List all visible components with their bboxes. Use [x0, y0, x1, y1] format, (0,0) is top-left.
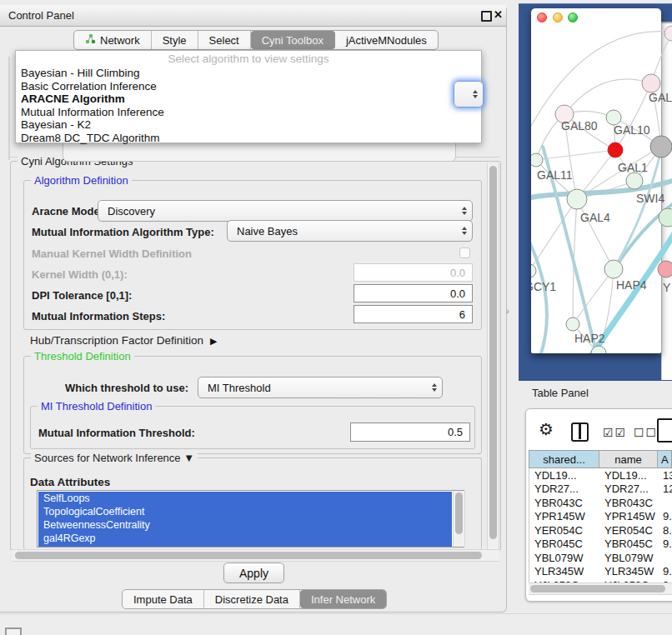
expand-right-icon: ▶ — [210, 336, 217, 346]
dropdown-placeholder: Select algorithm to view settings — [16, 52, 481, 65]
file-icon[interactable] — [657, 418, 672, 442]
window-close-button[interactable] — [537, 12, 547, 22]
kernel-width-label: Kernel Width (0,1): — [32, 268, 128, 281]
columns-icon[interactable] — [571, 422, 589, 442]
stepper-icon — [462, 207, 472, 215]
window-minimize-button[interactable] — [553, 12, 563, 22]
table-panel-title: Table Panel — [532, 387, 589, 399]
tab-cyni-toolbox[interactable]: Cyni Toolbox — [251, 31, 335, 49]
mi-steps-label: Mutual Information Steps: — [32, 310, 165, 322]
panel-splitter-icon[interactable]: › — [506, 306, 509, 316]
algorithm-option-selected[interactable]: ARACNE Algorithm — [16, 92, 481, 106]
sources-title[interactable]: Sources for Network Inference ▼ — [31, 452, 198, 464]
algorithm-combobox-fragment[interactable] — [454, 81, 484, 108]
mi-type-label: Mutual Information Algorithm Type: — [32, 226, 214, 238]
hub-definition-expander[interactable]: Hub/Transcription Factor Definition▶ — [30, 334, 218, 347]
table-row[interactable]: YBR045CYBR045C9. — [529, 538, 672, 552]
table-row[interactable]: YBR043CYBR043C — [529, 496, 672, 510]
table-row[interactable]: YDL19...YDL19...13 — [529, 468, 672, 482]
table-row[interactable]: YLR345WYLR345W9. — [529, 565, 672, 579]
table-hscrollbar-thumb[interactable] — [530, 585, 665, 592]
dpi-tolerance-label: DPI Tolerance [0,1]: — [32, 289, 132, 302]
groupbox-left-edge — [8, 57, 10, 160]
mi-type-combobox[interactable]: Naive Bayes — [227, 220, 473, 242]
expand-down-icon: ▼ — [183, 452, 194, 464]
which-threshold-combobox[interactable]: MI Threshold — [198, 377, 443, 398]
mi-threshold-title: MI Threshold Definition — [38, 400, 155, 412]
algorithm-option[interactable]: Basic Correlation Inference — [16, 80, 481, 93]
table-header-row: shared... name A — [529, 450, 672, 468]
manual-kernel-label: Manual Kernel Width Definition — [32, 248, 192, 260]
dpi-tolerance-field[interactable]: 0.0 — [354, 284, 473, 302]
attribute-item[interactable]: gal4RGexp — [38, 532, 452, 545]
which-threshold-label: Which threshold to use: — [65, 382, 188, 394]
close-icon[interactable]: ✕ — [494, 8, 503, 21]
algorithm-option[interactable]: Dream8 DC_TDC Algorithm — [16, 132, 481, 145]
column-header-name[interactable]: name — [599, 451, 658, 468]
screen: Control Panel ✕ Network Style Select Cyn… — [0, 0, 672, 635]
gear-icon[interactable]: ⚙ — [539, 421, 554, 438]
algorithm-option[interactable]: Bayesian - Hill Climbing — [16, 67, 481, 80]
window-zoom-button[interactable] — [568, 12, 578, 22]
mi-steps-field[interactable]: 6 — [354, 305, 473, 323]
algorithm-option[interactable]: Mutual Information Inference — [16, 106, 481, 119]
tab-label: Network — [100, 34, 140, 47]
algorithm-option[interactable]: Bayesian - K2 — [16, 118, 481, 132]
background-network-window[interactable] — [661, 22, 672, 380]
aracne-mode-value: Discovery — [108, 205, 155, 218]
table-row[interactable]: YBL079WYBL079W — [529, 551, 672, 565]
list-vertical-scrollbar[interactable] — [453, 491, 465, 547]
network-icon — [85, 33, 96, 47]
tab-discretize-data[interactable]: Discretize Data — [204, 590, 300, 608]
algorithm-dropdown: Select algorithm to view settings Bayesi… — [15, 50, 482, 143]
table-row[interactable]: YDR27...YDR27...12 — [529, 482, 672, 497]
control-panel-tabbar: Network Style Select Cyni Toolbox jActiv… — [73, 30, 439, 50]
mi-threshold-label: Mutual Information Threshold: — [38, 427, 195, 439]
network-view-window[interactable] — [531, 8, 661, 353]
stepper-icon — [462, 227, 472, 235]
control-panel-titlebar — [0, 5, 506, 27]
apply-button[interactable]: Apply — [223, 562, 284, 583]
settings-hscrollbar-thumb[interactable] — [15, 552, 482, 559]
aracne-mode-combobox[interactable]: Discovery — [98, 200, 473, 222]
tab-network[interactable]: Network — [74, 31, 152, 49]
which-threshold-value: MI Threshold — [208, 382, 271, 394]
table-horizontal-scrollbar[interactable] — [529, 582, 672, 595]
tab-impute-data[interactable]: Impute Data — [123, 590, 204, 608]
column-header-partial[interactable]: A — [658, 451, 671, 468]
stepper-icon — [473, 90, 483, 98]
float-window-icon[interactable] — [481, 11, 492, 22]
threshold-definition-title: Threshold Definition — [31, 350, 134, 362]
mi-type-value: Naive Bayes — [237, 225, 298, 238]
data-attributes-label: Data Attributes — [30, 476, 110, 488]
data-attributes-list: SelfLoops TopologicalCoefficient Between… — [37, 490, 464, 548]
attribute-item[interactable]: TopologicalCoefficient — [38, 505, 452, 518]
aracne-mode-label: Aracne Mode: — [32, 205, 103, 218]
attribute-item[interactable]: BetweennessCentrality — [38, 518, 452, 532]
attribute-item-partial[interactable] — [38, 545, 452, 548]
panel-title: Control Panel — [8, 9, 74, 22]
table-body: YDL19...YDL19...13 YDR27...YDR27...12 YB… — [529, 468, 672, 582]
select-all-checks-icon[interactable]: ☑☑ — [603, 426, 627, 439]
tab-style[interactable]: Style — [152, 31, 198, 49]
algorithm-definition-title: Algorithm Definition — [31, 174, 132, 187]
table-row[interactable]: YPR145WYPR145W9. — [529, 510, 672, 524]
attribute-item[interactable]: SelfLoops — [38, 492, 452, 505]
settings-horizontal-scrollbar[interactable] — [12, 549, 499, 562]
tab-jactivemnodules[interactable]: jActiveMNodules — [335, 31, 438, 49]
stepper-icon — [432, 383, 442, 392]
list-scrollbar-thumb[interactable] — [455, 492, 463, 534]
manual-kernel-checkbox[interactable] — [459, 248, 470, 258]
column-header-shared-name[interactable]: shared... — [529, 451, 599, 468]
kernel-width-field[interactable]: 0.0 — [354, 263, 473, 282]
settings-vscrollbar-thumb[interactable] — [489, 166, 497, 539]
settings-vertical-scrollbar[interactable] — [487, 163, 499, 549]
cyni-bottom-tabbar: Impute Data Discretize Data Infer Networ… — [122, 589, 387, 609]
tab-infer-network[interactable]: Infer Network — [300, 590, 386, 608]
mi-threshold-field[interactable]: 0.5 — [350, 422, 470, 442]
minimized-panel-icon[interactable] — [5, 628, 22, 635]
deselect-all-checks-icon[interactable]: ☐☐ — [634, 426, 658, 439]
table-row[interactable]: YER054CYER054C8. — [529, 523, 672, 538]
bottom-strip — [0, 613, 672, 635]
tab-select[interactable]: Select — [198, 31, 251, 49]
